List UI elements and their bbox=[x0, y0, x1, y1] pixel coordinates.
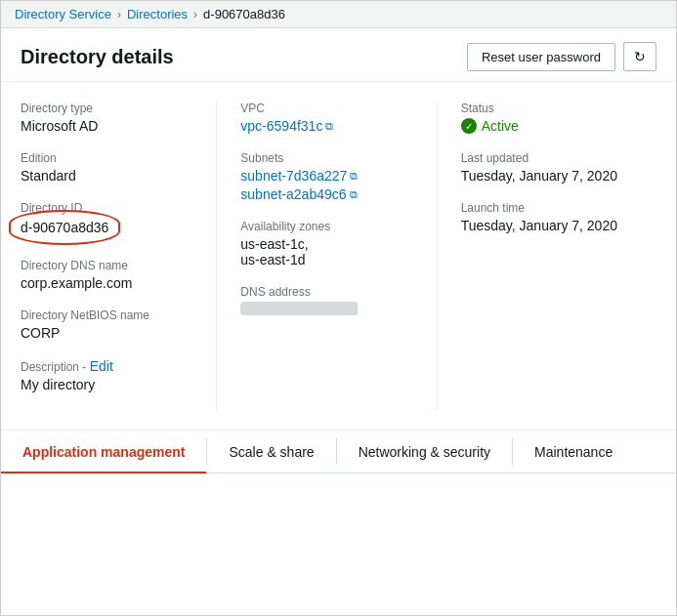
netbios-label: Directory NetBIOS name bbox=[21, 308, 196, 322]
reset-user-password-button[interactable]: Reset user password bbox=[467, 43, 615, 71]
status-active-icon: ✓ bbox=[461, 118, 477, 134]
dns-name-value: corp.example.com bbox=[21, 275, 196, 291]
subnets-group: Subnets subnet-7d36a227 ⧉ subnet-a2ab49c… bbox=[240, 151, 416, 202]
vpc-label: VPC bbox=[240, 102, 416, 115]
subnets-label: Subnets bbox=[240, 151, 416, 165]
details-section: Directory type Microsoft AD Edition Stan… bbox=[1, 82, 676, 420]
availability-label: Availability zones bbox=[240, 220, 416, 233]
netbios-value: CORP bbox=[21, 325, 196, 341]
launch-time-group: Launch time Tuesday, January 7, 2020 bbox=[461, 201, 637, 233]
availability-value: us-east-1c, us-east-1d bbox=[240, 236, 416, 267]
subnet2-value[interactable]: subnet-a2ab49c6 ⧉ bbox=[240, 186, 416, 202]
status-group: Status ✓ Active bbox=[461, 102, 637, 134]
netbios-group: Directory NetBIOS name CORP bbox=[21, 308, 196, 341]
directory-type-label: Directory type bbox=[21, 102, 196, 115]
last-updated-label: Last updated bbox=[461, 151, 637, 165]
breadcrumb: Directory Service › Directories › d-9067… bbox=[1, 1, 676, 28]
dns-name-label: Directory DNS name bbox=[21, 259, 196, 272]
tab-scale-and-share[interactable]: Scale & share bbox=[207, 431, 335, 473]
tab-maintenance[interactable]: Maintenance bbox=[513, 431, 634, 473]
directory-id-value: d-90670a8d36 bbox=[21, 220, 108, 235]
refresh-icon: ↻ bbox=[634, 49, 646, 64]
last-updated-group: Last updated Tuesday, January 7, 2020 bbox=[461, 151, 637, 184]
tab-application-management[interactable]: Application management bbox=[1, 431, 206, 473]
edition-value: Standard bbox=[21, 168, 196, 184]
launch-time-label: Launch time bbox=[461, 201, 637, 215]
breadcrumb-directories[interactable]: Directories bbox=[127, 7, 188, 21]
directory-type-value: Microsoft AD bbox=[21, 118, 196, 134]
dns-address-label: DNS address bbox=[240, 285, 416, 299]
tabs-bar: Application managementScale & shareNetwo… bbox=[1, 431, 676, 473]
breadcrumb-directory-service[interactable]: Directory Service bbox=[15, 7, 111, 21]
tab-networking-and-security[interactable]: Networking & security bbox=[337, 431, 512, 473]
refresh-button[interactable]: ↻ bbox=[623, 42, 656, 71]
external-link-icon-subnet1: ⧉ bbox=[350, 170, 358, 183]
availability-group: Availability zones us-east-1c, us-east-1… bbox=[240, 220, 416, 267]
dns-address-value-blurred bbox=[240, 302, 358, 315]
external-link-icon-subnet2: ⧉ bbox=[350, 188, 358, 201]
breadcrumb-sep-1: › bbox=[117, 8, 121, 21]
status-label: Status bbox=[461, 102, 637, 115]
breadcrumb-sep-2: › bbox=[193, 8, 197, 21]
breadcrumb-current: d-90670a8d36 bbox=[203, 7, 285, 21]
description-label: Description - Edit bbox=[21, 358, 196, 374]
page-title: Directory details bbox=[21, 46, 174, 68]
description-edit-link[interactable]: Edit bbox=[90, 358, 113, 374]
directory-id-group: Directory ID d-90670a8d36 bbox=[21, 201, 196, 237]
directory-id-label: Directory ID bbox=[21, 201, 196, 215]
description-group: Description - Edit My directory bbox=[21, 358, 196, 392]
header-actions: Reset user password ↻ bbox=[467, 42, 656, 71]
dns-address-group: DNS address bbox=[240, 285, 416, 318]
description-value: My directory bbox=[21, 377, 196, 392]
details-col-1: Directory type Microsoft AD Edition Stan… bbox=[21, 102, 216, 410]
last-updated-value: Tuesday, January 7, 2020 bbox=[461, 168, 637, 184]
subnet1-value[interactable]: subnet-7d36a227 ⧉ bbox=[240, 168, 416, 184]
external-link-icon-vpc: ⧉ bbox=[325, 120, 333, 133]
status-value: ✓ Active bbox=[461, 118, 637, 134]
edition-label: Edition bbox=[21, 151, 196, 165]
details-col-2: VPC vpc-6594f31c ⧉ Subnets subnet-7d36a2… bbox=[216, 102, 436, 410]
edition-group: Edition Standard bbox=[21, 151, 196, 184]
dns-name-group: Directory DNS name corp.example.com bbox=[21, 259, 196, 291]
launch-time-value: Tuesday, January 7, 2020 bbox=[461, 218, 637, 233]
vpc-group: VPC vpc-6594f31c ⧉ bbox=[240, 102, 416, 134]
directory-type-group: Directory type Microsoft AD bbox=[21, 102, 196, 134]
page-header: Directory details Reset user password ↻ bbox=[1, 28, 676, 82]
details-col-3: Status ✓ Active Last updated Tuesday, Ja… bbox=[437, 102, 656, 410]
vpc-value[interactable]: vpc-6594f31c ⧉ bbox=[240, 118, 333, 134]
